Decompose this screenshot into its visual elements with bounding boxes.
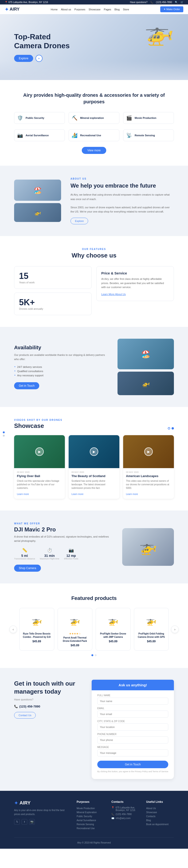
- nav-showcase[interactable]: Showcase: [88, 8, 101, 11]
- footer-copyright: Airy © 2019 All Rights Reserved: [14, 841, 174, 844]
- stat-years-label: Years of work: [19, 281, 87, 284]
- footer-link-contacts[interactable]: Contacts: [146, 814, 174, 818]
- nav-pages[interactable]: Pages: [104, 8, 111, 11]
- showcase-dot-2[interactable]: [172, 427, 174, 430]
- get-touch-button[interactable]: Get in Touch: [14, 382, 39, 389]
- purpose-label: Remote Sensing: [135, 134, 155, 137]
- dji-spec-camera: 📷 12 mp Effective Pixels: [64, 548, 78, 560]
- hero-title: Top-Rated Camera Drones: [14, 32, 80, 50]
- form-input-name[interactable]: [97, 698, 168, 705]
- cart-icon[interactable]: 🛒: [181, 1, 183, 3]
- nav-home[interactable]: Home: [51, 8, 58, 11]
- search-icon[interactable]: 🔍: [175, 1, 178, 3]
- email-icon: ✉️: [111, 817, 114, 819]
- nav-blog[interactable]: Blog: [114, 8, 120, 11]
- site-logo[interactable]: ✦ AIRY: [5, 7, 20, 12]
- form-input-location[interactable]: [97, 723, 168, 731]
- prod-dot-1[interactable]: [91, 654, 93, 656]
- make-order-button[interactable]: ✦ Make Order: [160, 6, 183, 12]
- side-dot-2[interactable]: [3, 435, 5, 437]
- showcase-thumb-3: ▶: [123, 435, 174, 468]
- product-stars-2: ★★★★☆: [61, 632, 89, 635]
- contact-us-button[interactable]: Contact Us: [14, 712, 36, 718]
- avail-image-1: 🏖️: [117, 339, 174, 369]
- showcase-desc-1: Check out this spectacular video footage…: [17, 479, 62, 490]
- twitter-icon[interactable]: 𝕏: [14, 819, 20, 825]
- form-privacy: By clicking this button, you agree to th…: [97, 770, 168, 773]
- play-button-3[interactable]: ▶: [144, 447, 153, 456]
- form-submit-button[interactable]: Get in Touch: [97, 761, 168, 768]
- product-name-1: Ryze Tello Drone Boostx Combo - Powered …: [23, 632, 51, 639]
- play-button-1[interactable]: ▶: [35, 447, 44, 456]
- facebook-icon[interactable]: f: [22, 819, 27, 825]
- availability-title: Availability: [14, 345, 108, 351]
- footer-divider: [14, 837, 174, 838]
- footer-link-appointment[interactable]: Book an Appointment: [146, 822, 174, 826]
- form-input-phone[interactable]: [97, 737, 168, 744]
- product-name-2: Parrot Anafi Thermal Drone Extended Pack: [61, 636, 89, 643]
- featured-title: Featured products: [9, 595, 179, 601]
- recreational-icon: 🏄: [72, 132, 78, 138]
- footer-link-showcase[interactable]: Showcase: [146, 810, 174, 814]
- nav-store[interactable]: Store: [123, 8, 129, 11]
- purpose-label: Public Security: [26, 117, 44, 119]
- contact-form: Ask us anything! FULL NAME EMAIL CITY, S…: [92, 680, 174, 779]
- showcase-title: Showcase: [14, 422, 62, 430]
- hero-content: Top-Rated Camera Drones Explore +: [14, 32, 80, 62]
- footer-socials: 𝕏 f 📷: [14, 819, 70, 825]
- price-service-card: Price & Service At Airy, we offer first …: [96, 266, 174, 301]
- about-image-1: 🏖️: [14, 180, 61, 201]
- shop-camera-button[interactable]: Shop Camera: [14, 565, 41, 572]
- showcase-learn-3[interactable]: Learn more: [126, 493, 138, 495]
- nav-about[interactable]: About us: [61, 8, 71, 11]
- hero-explore-button[interactable]: Explore: [14, 55, 33, 62]
- showcase-name-2: The Beauty of Scotland: [71, 474, 117, 478]
- showcase-learn-2[interactable]: Learn more: [71, 493, 83, 495]
- footer-link-blog[interactable]: Blog: [146, 818, 174, 822]
- products-next-arrow[interactable]: ›: [171, 626, 179, 633]
- product-name-4: ProFlight Orbit Folding Camera Drone wit…: [138, 632, 165, 639]
- hero-mountains: [0, 61, 188, 80]
- about-images: 🏖️ 🚁: [14, 180, 61, 222]
- footer-email: ✉️ info@airy.com: [111, 817, 139, 819]
- showcase-card-3: ▶ 09 MAY 2020 American Landscapes This v…: [123, 435, 174, 499]
- view-more-button[interactable]: View more: [82, 147, 106, 154]
- form-input-email[interactable]: [97, 711, 168, 718]
- instagram-icon[interactable]: 📷: [29, 819, 35, 825]
- about-content: ABOUT US We help you embrace the future …: [71, 178, 174, 224]
- about-explore-button[interactable]: Explore: [71, 218, 88, 224]
- form-input-message[interactable]: [97, 749, 168, 756]
- footer-link-aerial[interactable]: Aerial Surveillance: [77, 818, 104, 822]
- form-field-phone: PHONE NUMBER: [97, 733, 168, 744]
- showcase-card-2: ▶ 09 MAY 2020 The Beauty of Scotland Sco…: [69, 435, 119, 499]
- dji-title: DJI Mavic 2 Pro: [14, 526, 113, 533]
- hero-plus-button[interactable]: +: [36, 55, 42, 62]
- showcase-learn-1[interactable]: Learn more: [17, 493, 29, 495]
- product-price-4: $45.89: [138, 640, 165, 643]
- side-dot-1[interactable]: [3, 431, 5, 433]
- product-price-1: $45.89: [23, 640, 51, 643]
- stat-drones-number: 5K+: [19, 298, 87, 307]
- why-right: Price & Service At Airy, we offer first …: [96, 266, 174, 315]
- footer-link-security[interactable]: Public Security: [77, 814, 104, 818]
- purpose-recreational: 🏄 Recreational Use: [69, 129, 119, 141]
- play-button-2[interactable]: ▶: [90, 447, 98, 456]
- products-prev-arrow[interactable]: ‹: [9, 626, 17, 633]
- footer-link-movie[interactable]: Movie Production: [77, 806, 104, 810]
- showcase-thumb-2: ▶: [69, 435, 119, 468]
- featured-section: Featured products ‹ 🚁 Ryze Tello Drone B…: [0, 584, 188, 668]
- prod-dot-2[interactable]: [95, 654, 97, 656]
- logo-icon: ✦: [5, 7, 9, 12]
- availability-images: 🏖️ 🚁: [117, 339, 174, 395]
- address-icon: 📍: [111, 806, 114, 809]
- footer-link-mineral[interactable]: Mineral Exploration: [77, 810, 104, 814]
- learn-more-link[interactable]: Learn More About Us: [101, 293, 126, 296]
- footer-link-recreational[interactable]: Recreational Use: [77, 826, 104, 830]
- contact-title: Get in touch with our managers today: [14, 680, 82, 696]
- product-image-3: 🚁: [99, 612, 127, 630]
- product-name-3: ProFlight Seeker Drone with 2MP Camera: [99, 632, 127, 639]
- footer-link-remote[interactable]: Remote Sensing: [77, 822, 104, 826]
- nav-purposes[interactable]: Purposes: [75, 8, 85, 11]
- footer-link-about[interactable]: About Us: [146, 806, 174, 810]
- showcase-dot-1[interactable]: [168, 427, 170, 430]
